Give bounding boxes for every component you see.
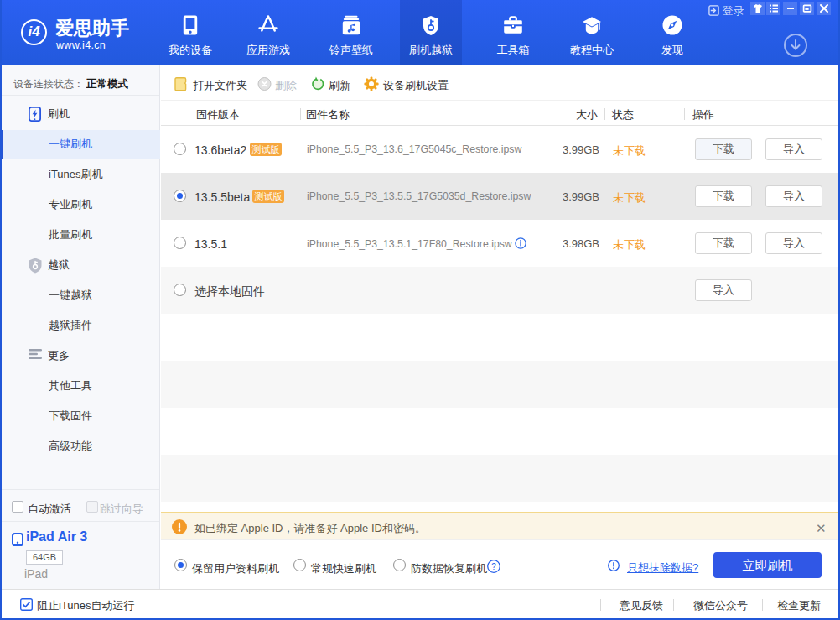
svg-text:?: ? (491, 562, 496, 571)
